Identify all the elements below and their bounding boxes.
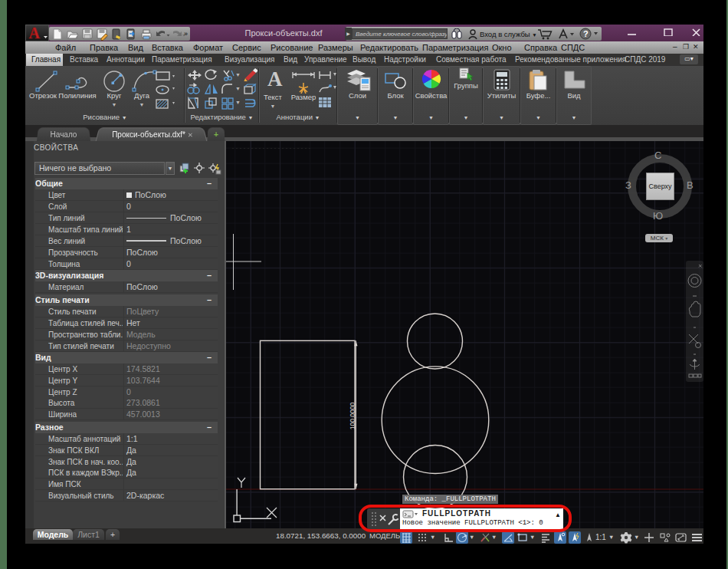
svg-text:A: A (29, 25, 41, 41)
svg-text:?: ? (583, 29, 589, 38)
svg-text:100.0000: 100.0000 (349, 403, 356, 430)
svg-text:»: » (184, 30, 188, 38)
